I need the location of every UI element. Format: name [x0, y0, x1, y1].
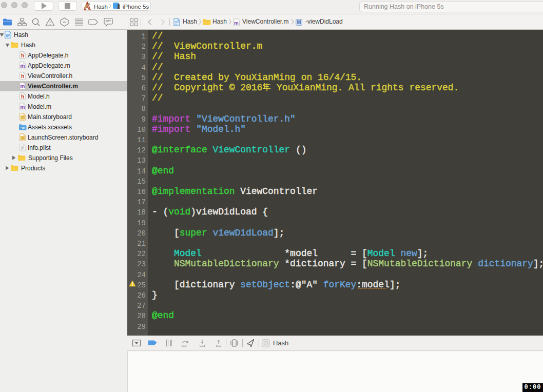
svg-text:h: h: [21, 53, 24, 58]
svg-text:m: m: [21, 63, 25, 69]
svg-text:h: h: [21, 73, 24, 79]
svg-text:m: m: [234, 20, 238, 26]
svg-text:m: m: [21, 84, 25, 89]
svg-text:h: h: [21, 94, 24, 100]
svg-text:m: m: [21, 104, 25, 110]
